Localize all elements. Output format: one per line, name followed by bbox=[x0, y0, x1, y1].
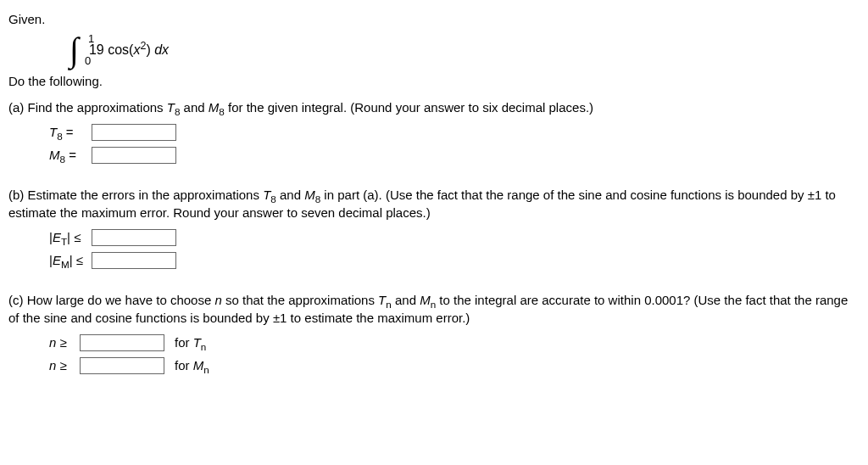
for-Mn-M: M bbox=[193, 358, 204, 373]
n-Tn-label: n ≥ bbox=[49, 333, 75, 351]
part-c-text: (c) How large do we have to choose n so … bbox=[8, 291, 860, 327]
b-mid: and bbox=[276, 188, 304, 202]
EM-input[interactable] bbox=[92, 252, 176, 269]
M8-input[interactable] bbox=[92, 147, 176, 164]
T8-label-T: T bbox=[49, 125, 57, 139]
integral-expression: ∫ 1 0 19 cos(x2) dx bbox=[70, 33, 860, 67]
n-Mn-answer-row: n ≥ for Mn bbox=[49, 356, 860, 374]
part-a-text: (a) Find the approximations T8 and M8 fo… bbox=[8, 98, 860, 116]
nTn-n: n bbox=[49, 335, 56, 350]
dx-x: x bbox=[162, 42, 169, 57]
func-cos-open: cos( bbox=[108, 42, 133, 57]
ET-input[interactable] bbox=[92, 229, 176, 246]
EM-answer-row: |EM| ≤ bbox=[49, 251, 860, 269]
c-mid1: so that the approximations bbox=[222, 293, 378, 307]
M8-answer-row: M8 = bbox=[49, 146, 860, 164]
nMn-n: n bbox=[49, 358, 56, 373]
part-a-mid: and bbox=[180, 100, 208, 115]
for-Tn-T: T bbox=[193, 335, 201, 350]
T8-eq: = bbox=[66, 125, 74, 139]
for-Tn: for Tn bbox=[175, 333, 206, 351]
b-T8-T: T bbox=[263, 188, 270, 202]
for-Mn-n: n bbox=[203, 364, 209, 375]
T8-answer-row: T8 = bbox=[49, 123, 860, 141]
M8-M: M bbox=[209, 100, 220, 115]
EM-E: E bbox=[53, 253, 61, 267]
M8-eq: = bbox=[69, 148, 76, 162]
for-Tn-text: for bbox=[175, 335, 193, 350]
Mn-M: M bbox=[420, 293, 431, 307]
integral-lower-limit: 0 bbox=[85, 53, 91, 69]
EM-label: |EM| ≤ bbox=[49, 251, 86, 269]
part-b-text: (b) Estimate the errors in the approxima… bbox=[8, 186, 860, 221]
c-n: n bbox=[214, 293, 221, 307]
n-Mn-input[interactable] bbox=[80, 357, 164, 374]
dx-d: d bbox=[154, 42, 162, 57]
nMn-ge: ≥ bbox=[60, 358, 67, 373]
integral-symbol: ∫ bbox=[70, 31, 79, 69]
func-close: ) bbox=[146, 42, 150, 57]
T8-label: T8 = bbox=[49, 123, 86, 141]
given-label: Given. bbox=[8, 10, 860, 28]
for-Mn-text: for bbox=[175, 358, 193, 373]
T8-input[interactable] bbox=[92, 124, 176, 141]
T8-T: T bbox=[167, 100, 175, 115]
part-a-after: for the given integral. (Round your answ… bbox=[225, 100, 593, 115]
M8-label: M8 = bbox=[49, 146, 86, 164]
for-Tn-n: n bbox=[201, 341, 207, 352]
integrand: 19 cos(x2) dx bbox=[89, 41, 169, 59]
integral-upper-limit: 1 bbox=[88, 31, 94, 47]
ET-le: ≤ bbox=[74, 230, 81, 244]
nTn-ge: ≥ bbox=[60, 335, 67, 350]
do-following-label: Do the following. bbox=[8, 72, 860, 90]
M8-label-8: 8 bbox=[60, 154, 66, 165]
n-Mn-label: n ≥ bbox=[49, 356, 75, 374]
c-mid2: and bbox=[392, 293, 420, 307]
n-Tn-answer-row: n ≥ for Tn bbox=[49, 333, 860, 351]
ET-E: E bbox=[53, 230, 61, 244]
part-b-before: (b) Estimate the errors in the approxima… bbox=[8, 188, 263, 202]
ET-label: |ET| ≤ bbox=[49, 228, 86, 246]
EM-M-sub: M bbox=[61, 259, 70, 270]
M8-label-M: M bbox=[49, 148, 60, 162]
b-M8-M: M bbox=[304, 188, 315, 202]
ET-answer-row: |ET| ≤ bbox=[49, 228, 860, 246]
part-a-before: (a) Find the approximations bbox=[8, 100, 167, 115]
EM-le: ≤ bbox=[76, 253, 83, 267]
n-Tn-input[interactable] bbox=[80, 334, 164, 351]
EM-bar2: | bbox=[70, 253, 73, 267]
T8-label-8: 8 bbox=[57, 131, 63, 142]
for-Mn: for Mn bbox=[175, 356, 209, 374]
Tn-T: T bbox=[378, 293, 386, 307]
ET-T-sub: T bbox=[61, 236, 67, 247]
ET-bar2: | bbox=[67, 230, 70, 244]
part-c-before: (c) How large do we have to choose bbox=[8, 293, 214, 307]
